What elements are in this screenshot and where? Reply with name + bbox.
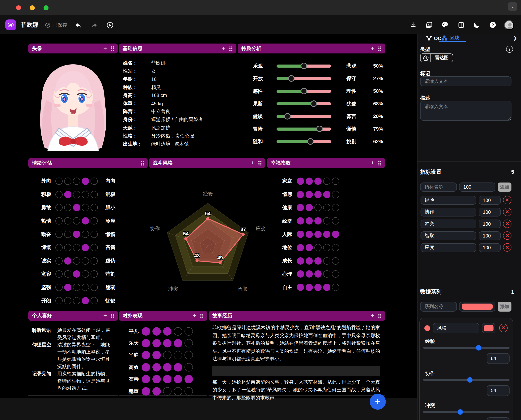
- rating-dot[interactable]: [174, 327, 182, 335]
- series-slider[interactable]: [423, 345, 510, 351]
- remove-indicator-button[interactable]: ✕: [503, 231, 512, 240]
- series-slider[interactable]: [423, 377, 510, 382]
- rating-dot[interactable]: [64, 204, 71, 211]
- indicator-item-max[interactable]: [479, 219, 501, 228]
- series-name-input[interactable]: [420, 302, 457, 312]
- add-icon[interactable]: +: [371, 45, 374, 52]
- series-color-picker[interactable]: [459, 302, 495, 312]
- rating-dot[interactable]: [142, 339, 150, 347]
- drag-handle-icon[interactable]: [258, 161, 262, 165]
- series-slider-value[interactable]: [487, 417, 510, 420]
- rating-dot[interactable]: [323, 270, 330, 278]
- slider-knob[interactable]: [310, 100, 317, 107]
- card-battle-style-header[interactable]: 战斗风格 +: [149, 158, 265, 168]
- rating-dot[interactable]: [64, 244, 71, 251]
- series-slider-value[interactable]: [487, 353, 510, 364]
- trait-slider[interactable]: [277, 64, 331, 68]
- user-avatar[interactable]: [504, 20, 514, 30]
- series-slider-value[interactable]: [487, 385, 510, 396]
- rating-dot[interactable]: [306, 257, 313, 264]
- rating-dot[interactable]: [82, 231, 89, 238]
- rating-dot[interactable]: [332, 257, 339, 264]
- rating-dot[interactable]: [174, 339, 182, 347]
- add-icon[interactable]: +: [193, 313, 196, 319]
- rating-dot[interactable]: [73, 244, 80, 251]
- series-slider[interactable]: [423, 409, 510, 415]
- avatar-image[interactable]: [28, 53, 118, 153]
- rating-dot[interactable]: [152, 327, 161, 335]
- slider-knob[interactable]: [284, 113, 291, 119]
- slider-thumb[interactable]: [458, 409, 463, 415]
- rating-dot[interactable]: [91, 257, 98, 264]
- rating-dot[interactable]: [55, 218, 63, 225]
- rating-dot[interactable]: [297, 218, 304, 225]
- card-emotions-header[interactable]: 情绪评估 +: [28, 158, 148, 168]
- rating-dot[interactable]: [142, 327, 150, 335]
- tab-oc[interactable]: OC: [426, 34, 441, 42]
- trait-slider[interactable]: [277, 102, 331, 105]
- rating-dot[interactable]: [163, 351, 172, 360]
- rating-dot[interactable]: [55, 204, 63, 211]
- trait-slider[interactable]: [277, 140, 331, 143]
- help-icon[interactable]: ?: [489, 21, 497, 29]
- rating-dot[interactable]: [91, 284, 98, 291]
- rating-dot[interactable]: [163, 375, 172, 383]
- indicator-item-max[interactable]: [479, 196, 501, 205]
- rating-dot[interactable]: [82, 204, 89, 211]
- chevron-down-icon[interactable]: ⌄: [508, 2, 517, 11]
- rating-dot[interactable]: [82, 284, 89, 291]
- indicator-value-input[interactable]: [459, 182, 495, 192]
- moon-icon[interactable]: [473, 21, 481, 29]
- indicator-item-name[interactable]: [421, 208, 476, 217]
- rating-dot[interactable]: [306, 204, 313, 211]
- rating-dot[interactable]: [55, 270, 63, 278]
- rating-dot[interactable]: [55, 244, 63, 251]
- rating-dot[interactable]: [306, 191, 313, 198]
- slider-knob[interactable]: [288, 75, 294, 82]
- rating-dot[interactable]: [82, 244, 89, 251]
- drag-handle-icon[interactable]: [378, 161, 382, 165]
- slider-knob[interactable]: [307, 138, 314, 144]
- series-swatch-button[interactable]: [482, 323, 495, 333]
- add-icon[interactable]: +: [251, 160, 254, 166]
- remove-indicator-button[interactable]: ✕: [503, 208, 512, 216]
- drag-handle-icon[interactable]: [141, 161, 144, 165]
- close-window-button[interactable]: [16, 5, 21, 10]
- remove-indicator-button[interactable]: ✕: [503, 196, 512, 204]
- rating-dot[interactable]: [91, 244, 98, 251]
- rating-dot[interactable]: [323, 204, 330, 211]
- story-text[interactable]: 菲欧娜曾是绿叶边境溪木镇的半精灵少女，直到“黑铁之乱”的烈焰吞噬了她的家园。她亲…: [209, 321, 385, 395]
- rating-dot[interactable]: [55, 297, 63, 304]
- rating-dot[interactable]: [332, 204, 339, 211]
- rating-dot[interactable]: [73, 204, 80, 211]
- rating-dot[interactable]: [82, 270, 89, 278]
- indicator-item-max[interactable]: [479, 231, 501, 240]
- rating-dot[interactable]: [297, 244, 304, 251]
- rating-dot[interactable]: [73, 297, 80, 304]
- rating-dot[interactable]: [91, 218, 98, 225]
- rating-dot[interactable]: [314, 270, 322, 278]
- rating-dot[interactable]: [314, 178, 322, 185]
- rating-dot[interactable]: [142, 375, 150, 383]
- palette-icon[interactable]: [441, 21, 449, 29]
- gallery-icon[interactable]: [425, 21, 433, 29]
- rating-dot[interactable]: [184, 327, 193, 335]
- rating-dot[interactable]: [323, 257, 330, 264]
- slider-knob[interactable]: [301, 88, 307, 94]
- card-story-header[interactable]: 故事经历 +: [209, 311, 385, 321]
- rating-dot[interactable]: [306, 270, 313, 278]
- rating-dot[interactable]: [332, 191, 339, 198]
- rating-dot[interactable]: [314, 204, 322, 211]
- zoom-window-button[interactable]: [44, 5, 48, 10]
- rating-dot[interactable]: [73, 191, 80, 198]
- rating-dot[interactable]: [55, 231, 63, 238]
- app-logo-bow-icon[interactable]: [5, 19, 16, 30]
- rating-dot[interactable]: [55, 191, 63, 198]
- redo-button[interactable]: [89, 20, 99, 30]
- trait-slider[interactable]: [277, 115, 331, 118]
- add-icon[interactable]: +: [103, 313, 107, 319]
- rating-dot[interactable]: [184, 351, 193, 360]
- undo-button[interactable]: [73, 20, 83, 30]
- rating-dot[interactable]: [174, 351, 182, 360]
- rating-dot[interactable]: [91, 191, 98, 198]
